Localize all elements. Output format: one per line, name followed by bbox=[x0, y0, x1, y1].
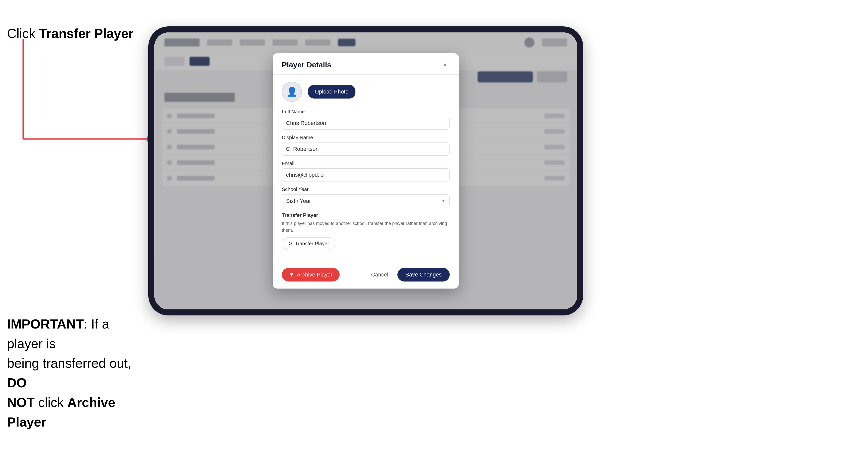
display-name-label: Display Name bbox=[282, 135, 450, 141]
school-year-group: School Year Sixth Year First Year Second… bbox=[282, 187, 450, 207]
upload-photo-label: Upload Photo bbox=[315, 89, 348, 95]
modal-header: Player Details × bbox=[273, 53, 459, 75]
full-name-group: Full Name bbox=[282, 109, 450, 130]
avatar-section: 👤 Upload Photo bbox=[282, 82, 450, 102]
archive-player-button[interactable]: ▼ Archive Player bbox=[282, 268, 340, 281]
display-name-input[interactable] bbox=[282, 143, 450, 156]
upload-photo-button[interactable]: Upload Photo bbox=[308, 85, 355, 98]
email-label: Email bbox=[282, 161, 450, 166]
save-label: Save Changes bbox=[405, 272, 442, 278]
instruction-bold: Transfer Player bbox=[39, 26, 133, 41]
transfer-section: Transfer Player If this player has moved… bbox=[282, 212, 450, 250]
display-name-group: Display Name bbox=[282, 135, 450, 156]
tablet-device: Player Details × 👤 Upload Photo bbox=[148, 26, 583, 315]
full-name-label: Full Name bbox=[282, 109, 450, 115]
instruction-do-not: DONOT bbox=[7, 375, 35, 410]
save-changes-button[interactable]: Save Changes bbox=[397, 268, 450, 281]
modal-footer: ▼ Archive Player Cancel Save Changes bbox=[273, 263, 459, 288]
cancel-button[interactable]: Cancel bbox=[366, 268, 393, 281]
transfer-player-label: Transfer Player bbox=[295, 241, 329, 247]
full-name-input[interactable] bbox=[282, 117, 450, 130]
instruction-bottom: IMPORTANT: If a player isbeing transferr… bbox=[7, 314, 148, 432]
transfer-icon: ↻ bbox=[288, 241, 292, 247]
archive-player-label: Archive Player bbox=[297, 272, 333, 278]
close-icon: × bbox=[443, 61, 447, 68]
arrow-diagram bbox=[11, 39, 162, 155]
school-year-select[interactable]: Sixth Year First Year Second Year Third … bbox=[282, 194, 450, 207]
modal-body: 👤 Upload Photo Full Name Display Name bbox=[273, 75, 459, 263]
user-avatar-icon: 👤 bbox=[286, 87, 298, 97]
modal-title: Player Details bbox=[282, 61, 331, 69]
school-year-select-wrapper: Sixth Year First Year Second Year Third … bbox=[282, 194, 450, 207]
email-group: Email bbox=[282, 161, 450, 182]
archive-icon: ▼ bbox=[289, 272, 294, 278]
transfer-section-label: Transfer Player bbox=[282, 212, 450, 218]
instruction-text2: click bbox=[35, 395, 67, 410]
instruction-important: IMPORTANT bbox=[7, 317, 84, 331]
cancel-label: Cancel bbox=[371, 272, 388, 278]
school-year-label: School Year bbox=[282, 187, 450, 192]
transfer-section-description: If this player has moved to another scho… bbox=[282, 220, 450, 234]
tablet-screen: Player Details × 👤 Upload Photo bbox=[154, 32, 577, 309]
transfer-player-button[interactable]: ↻ Transfer Player bbox=[282, 237, 335, 250]
instruction-top: Click Transfer Player bbox=[7, 25, 133, 42]
email-input[interactable] bbox=[282, 168, 450, 182]
player-details-modal: Player Details × 👤 Upload Photo bbox=[273, 53, 459, 288]
modal-close-button[interactable]: × bbox=[441, 60, 450, 69]
avatar-circle: 👤 bbox=[282, 82, 302, 102]
instruction-prefix: Click bbox=[7, 26, 39, 41]
